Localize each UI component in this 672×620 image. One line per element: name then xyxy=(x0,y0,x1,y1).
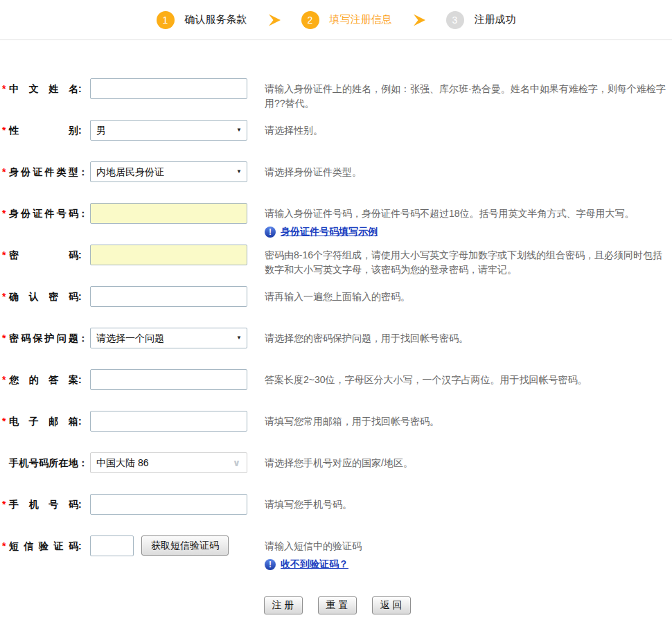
phone-region-label: 手机号码所在地 xyxy=(9,452,78,473)
dropdown-arrow-icon: ▼ xyxy=(236,328,242,348)
register-button[interactable]: 注 册 xyxy=(264,596,303,614)
required-asterisk: * xyxy=(2,328,9,348)
security-question-select[interactable]: 请选择一个问题 ▼ xyxy=(90,328,247,348)
password-hint: 密码由8-16个字符组成，请使用大小写英文字母加数字或下划线的组合密码，且必须同… xyxy=(265,245,672,277)
sms-code-input[interactable] xyxy=(90,535,134,556)
phone-number-label: 手机号码 xyxy=(9,494,78,515)
gender-hint: 请选择性别。 xyxy=(265,120,672,138)
field-row-email: * 电子邮箱 : 请填写您常用邮箱，用于找回帐号密码。 xyxy=(2,411,672,452)
field-row-id-type: * 身份证件类型 ： 内地居民身份证 ▼ 请选择身份证件类型。 xyxy=(2,161,672,203)
get-sms-code-button[interactable]: 获取短信验证码 xyxy=(141,535,229,556)
required-asterisk: * xyxy=(2,369,9,390)
confirm-password-label: 确认密码 xyxy=(9,286,78,307)
id-number-label: 身份证件号码 xyxy=(9,203,78,224)
email-label: 电子邮箱 xyxy=(9,411,78,432)
registration-steps-bar: 1 确认服务条款 2 填写注册信息 3 注册成功 xyxy=(0,0,672,40)
field-row-chinese-name: * 中文姓名 : 请输入身份证件上的姓名，例如：张强、库尔班·热合曼。姓名中如果… xyxy=(2,78,672,120)
security-answer-hint: 答案长度2~30位，字母区分大小写，一个汉字占两位。用于找回帐号密码。 xyxy=(265,369,672,387)
step-fill-info: 2 填写注册信息 xyxy=(301,11,392,29)
chevron-down-icon: ∨ xyxy=(233,453,240,472)
phone-region-select-value: 中国大陆 86 xyxy=(96,457,148,468)
phone-number-input[interactable] xyxy=(90,494,247,515)
id-type-select[interactable]: 内地居民身份证 ▼ xyxy=(90,161,247,182)
required-asterisk: * xyxy=(2,78,9,99)
registration-form: * 中文姓名 : 请输入身份证件上的姓名，例如：张强、库尔班·热合曼。姓名中如果… xyxy=(0,40,672,614)
step-3-label: 注册成功 xyxy=(475,13,516,26)
security-question-label: 密码保护问题 xyxy=(9,328,78,348)
password-input[interactable] xyxy=(90,245,247,265)
id-type-hint: 请选择身份证件类型。 xyxy=(265,161,672,179)
security-question-hint: 请选择您的密码保护问题，用于找回帐号密码。 xyxy=(265,328,672,346)
field-row-security-question: * 密码保护问题 ： 请选择一个问题 ▼ 请选择您的密码保护问题，用于找回帐号密… xyxy=(2,328,672,369)
field-row-password: * 密码 : 密码由8-16个字符组成，请使用大小写英文字母加数字或下划线的组合… xyxy=(2,245,672,286)
dropdown-arrow-icon: ▼ xyxy=(236,162,242,181)
step-2-badge: 2 xyxy=(301,11,319,29)
step-confirm-terms: 1 确认服务条款 xyxy=(157,11,247,29)
chinese-name-input[interactable] xyxy=(90,78,247,99)
required-asterisk: * xyxy=(2,535,9,556)
step-register-success: 3 注册成功 xyxy=(446,11,516,29)
security-question-select-value: 请选择一个问题 xyxy=(96,333,164,344)
step-1-label: 确认服务条款 xyxy=(185,13,247,26)
step-2-label: 填写注册信息 xyxy=(330,13,392,26)
field-row-sms-code: * 短信验证码 : 获取短信验证码 请输入短信中的验证码 ! 收不到验证码？ xyxy=(2,535,672,577)
form-actions: 注 册 重 置 返 回 xyxy=(2,596,672,614)
id-type-label: 身份证件类型 xyxy=(9,161,78,182)
required-asterisk: * xyxy=(2,245,9,265)
security-answer-label: 您的答案 xyxy=(9,369,78,390)
back-button[interactable]: 返 回 xyxy=(372,596,411,614)
sms-not-received-link[interactable]: 收不到验证码？ xyxy=(281,557,348,572)
id-type-select-value: 内地居民身份证 xyxy=(96,166,164,177)
dropdown-arrow-icon: ▼ xyxy=(236,121,242,140)
gender-select-value: 男 xyxy=(96,125,106,136)
field-row-gender: * 性别 : 男 ▼ 请选择性别。 xyxy=(2,120,672,161)
required-asterisk: * xyxy=(2,411,9,432)
confirm-password-hint: 请再输入一遍您上面输入的密码。 xyxy=(265,286,672,304)
chevron-right-icon xyxy=(411,12,427,28)
phone-number-hint: 请填写您手机号码。 xyxy=(265,494,672,512)
required-asterisk: * xyxy=(2,286,9,307)
phone-region-select[interactable]: 中国大陆 86 ∨ xyxy=(90,452,247,473)
required-asterisk: * xyxy=(2,161,9,182)
chinese-name-label: 中文姓名 xyxy=(9,78,78,99)
gender-select[interactable]: 男 ▼ xyxy=(90,120,247,141)
required-asterisk: * xyxy=(2,494,9,515)
sms-code-hint: 请输入短信中的验证码 ! 收不到验证码？ xyxy=(265,535,672,572)
reset-button[interactable]: 重 置 xyxy=(318,596,357,614)
required-asterisk: * xyxy=(2,120,9,141)
id-number-input[interactable] xyxy=(90,203,247,224)
chevron-right-icon xyxy=(266,12,283,28)
info-icon: ! xyxy=(265,227,276,238)
email-input[interactable] xyxy=(90,411,247,432)
email-hint: 请填写您常用邮箱，用于找回帐号密码。 xyxy=(265,411,672,429)
step-3-badge: 3 xyxy=(446,11,464,29)
info-icon: ! xyxy=(265,559,276,570)
required-asterisk: * xyxy=(2,203,9,224)
sms-code-label: 短信验证码 xyxy=(9,535,78,556)
phone-region-hint: 请选择您手机号对应的国家/地区。 xyxy=(265,452,672,470)
security-answer-input[interactable] xyxy=(90,369,247,390)
id-number-example-link[interactable]: 身份证件号码填写示例 xyxy=(281,224,378,239)
field-row-id-number: * 身份证件号码 ： 请输入身份证件号码，身份证件号码不超过18位。括号用英文半… xyxy=(2,203,672,245)
id-number-hint: 请输入身份证件号码，身份证件号码不超过18位。括号用英文半角方式、字母用大写。 … xyxy=(265,203,672,239)
password-label: 密码 xyxy=(9,245,78,265)
field-row-phone-number: * 手机号码 : 请填写您手机号码。 xyxy=(2,494,672,535)
chinese-name-hint: 请输入身份证件上的姓名，例如：张强、库尔班·热合曼。姓名中如果有难检字，则每个难… xyxy=(265,78,672,111)
field-row-phone-region: 手机号码所在地 ： 中国大陆 86 ∨ 请选择您手机号对应的国家/地区。 xyxy=(2,452,672,494)
field-row-security-answer: * 您的答案 : 答案长度2~30位，字母区分大小写，一个汉字占两位。用于找回帐… xyxy=(2,369,672,411)
step-1-badge: 1 xyxy=(157,11,175,29)
gender-label: 性别 xyxy=(9,120,78,141)
field-row-confirm-password: * 确认密码 : 请再输入一遍您上面输入的密码。 xyxy=(2,286,672,328)
confirm-password-input[interactable] xyxy=(90,286,247,307)
